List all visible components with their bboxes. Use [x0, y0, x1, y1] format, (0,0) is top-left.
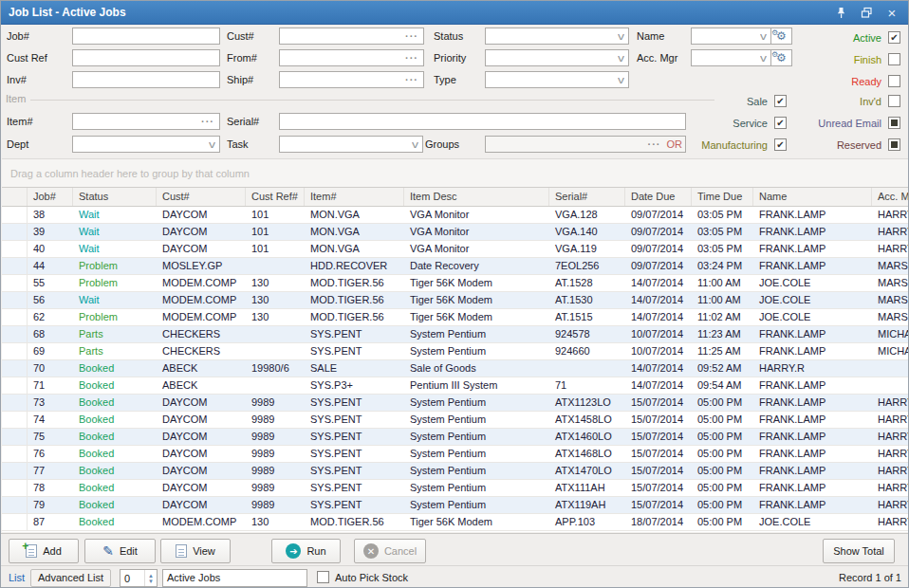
- cell-status[interactable]: Wait: [73, 292, 157, 308]
- cell-job[interactable]: 38: [28, 207, 73, 223]
- cell-serial[interactable]: 7EOL256: [549, 258, 625, 274]
- cell-name[interactable]: FRANK.LAMP: [753, 480, 872, 496]
- cell-item_desc[interactable]: System Pentium: [404, 446, 549, 462]
- cell-item_desc[interactable]: System Pentium: [404, 326, 549, 342]
- column-header-date_due[interactable]: Date Due: [625, 188, 692, 206]
- cell-indicator[interactable]: [2, 360, 28, 377]
- cell-indicator[interactable]: [2, 412, 28, 428]
- cell-item_desc[interactable]: System Pentium: [404, 480, 549, 496]
- auto-pick-stock-checkbox[interactable]: [317, 571, 329, 583]
- cell-status[interactable]: Booked: [73, 463, 157, 479]
- cell-item[interactable]: MON.VGA: [305, 241, 404, 257]
- ready-checkbox[interactable]: [888, 75, 900, 87]
- cell-acc_mgr[interactable]: HARRY: [872, 497, 909, 513]
- cell-cust[interactable]: MODEM.COMP: [157, 514, 246, 530]
- cell-cust[interactable]: DAYCOM: [157, 463, 246, 479]
- view-button[interactable]: View: [160, 539, 231, 563]
- table-row[interactable]: 71BookedABECKSYS.P3+Pentium III System71…: [2, 377, 909, 395]
- cell-acc_mgr[interactable]: HARRY: [872, 446, 909, 462]
- table-row[interactable]: 69PartsCHECKERSSYS.PENTSystem Pentium924…: [2, 343, 909, 360]
- cell-indicator[interactable]: [2, 343, 28, 359]
- cell-cust_ref[interactable]: 9989: [246, 446, 305, 462]
- task-select[interactable]: v: [279, 136, 423, 153]
- cell-cust_ref[interactable]: 130: [246, 292, 305, 308]
- cell-serial[interactable]: VGA.119: [549, 241, 625, 257]
- cell-time_due[interactable]: 05:00 PM: [692, 429, 753, 445]
- cell-status[interactable]: Parts: [73, 326, 157, 342]
- column-header-item_desc[interactable]: Item Desc: [404, 188, 549, 206]
- restore-window-icon[interactable]: [860, 7, 873, 20]
- cell-status[interactable]: Problem: [73, 275, 157, 291]
- cell-indicator[interactable]: [2, 309, 28, 325]
- cell-cust_ref[interactable]: 9989: [246, 480, 305, 496]
- cell-status[interactable]: Wait: [73, 207, 157, 223]
- cell-time_due[interactable]: 05:00 PM: [692, 395, 753, 411]
- column-header-cust[interactable]: Cust#: [157, 188, 246, 206]
- ellipsis-lookup-icon[interactable]: ···: [646, 139, 663, 149]
- cell-cust_ref[interactable]: 19980/6: [246, 360, 305, 377]
- cell-indicator[interactable]: [2, 514, 28, 530]
- table-row[interactable]: 77BookedDAYCOM9989SYS.PENTSystem Pentium…: [2, 463, 909, 480]
- cell-status[interactable]: Booked: [73, 446, 157, 462]
- cell-cust[interactable]: DAYCOM: [157, 480, 246, 496]
- cell-cust_ref[interactable]: 101: [246, 224, 305, 240]
- cell-item[interactable]: SYS.PENT: [305, 446, 404, 462]
- cell-item[interactable]: MOD.TIGER.56: [305, 292, 404, 308]
- table-row[interactable]: 78BookedDAYCOM9989SYS.PENTSystem Pentium…: [2, 480, 909, 497]
- cell-time_due[interactable]: 11:00 AM: [692, 292, 753, 308]
- cell-item_desc[interactable]: Tiger 56K Modem: [404, 514, 549, 530]
- cell-name[interactable]: FRANK.LAMP: [753, 446, 872, 462]
- cell-serial[interactable]: 924660: [549, 343, 625, 359]
- cell-job[interactable]: 76: [28, 446, 73, 462]
- cell-serial[interactable]: AT.1530: [549, 292, 625, 308]
- table-row[interactable]: 56WaitMODEM.COMP130MOD.TIGER.56Tiger 56K…: [2, 292, 909, 309]
- cell-item[interactable]: MON.VGA: [305, 207, 404, 223]
- cell-item_desc[interactable]: System Pentium: [404, 412, 549, 428]
- cell-serial[interactable]: ATX1458LO: [549, 412, 625, 428]
- cell-name[interactable]: FRANK.LAMP: [753, 463, 872, 479]
- cell-job[interactable]: 39: [28, 224, 73, 240]
- cell-item_desc[interactable]: VGA Monitor: [404, 207, 549, 223]
- cell-serial[interactable]: AT.1528: [549, 275, 625, 291]
- cell-item_desc[interactable]: Tiger 56K Modem: [404, 292, 549, 308]
- column-header-job[interactable]: Job#: [28, 188, 73, 206]
- ellipsis-lookup-icon[interactable]: ···: [403, 75, 420, 84]
- cell-job[interactable]: 75: [28, 429, 73, 445]
- cell-item_desc[interactable]: Tiger 56K Modem: [404, 309, 549, 325]
- item-number-input[interactable]: ···: [72, 113, 220, 130]
- cell-item_desc[interactable]: Sale of Goods: [404, 360, 549, 377]
- cell-acc_mgr[interactable]: HARRY: [872, 395, 909, 411]
- cell-item[interactable]: SYS.PENT: [305, 463, 404, 479]
- cell-date_due[interactable]: 15/07/2014: [625, 463, 692, 479]
- cell-cust[interactable]: MODEM.COMP: [157, 292, 246, 308]
- unread-email-checkbox[interactable]: [888, 117, 900, 129]
- cell-acc_mgr[interactable]: HARRY: [872, 480, 909, 496]
- cell-acc_mgr[interactable]: HARRY: [872, 207, 909, 223]
- column-header-name[interactable]: Name: [753, 188, 872, 206]
- tab-list[interactable]: List: [9, 570, 25, 586]
- cell-name[interactable]: JOE.COLE: [753, 514, 872, 530]
- column-header-item[interactable]: Item#: [305, 188, 404, 206]
- cell-acc_mgr[interactable]: [872, 360, 909, 377]
- cell-serial[interactable]: ATX1123LO: [549, 395, 625, 411]
- cell-serial[interactable]: [549, 360, 625, 377]
- ship-number-input[interactable]: ···: [279, 71, 424, 88]
- cell-status[interactable]: Booked: [73, 360, 157, 377]
- cell-cust_ref[interactable]: [246, 343, 305, 359]
- priority-select[interactable]: v: [485, 49, 629, 66]
- cell-date_due[interactable]: 10/07/2014: [625, 343, 692, 359]
- cell-acc_mgr[interactable]: MICHAE: [872, 343, 909, 359]
- cell-item_desc[interactable]: System Pentium: [404, 429, 549, 445]
- cell-cust[interactable]: DAYCOM: [157, 497, 246, 513]
- table-row[interactable]: 74BookedDAYCOM9989SYS.PENTSystem Pentium…: [2, 412, 909, 429]
- cell-item_desc[interactable]: Tiger 56K Modem: [404, 275, 549, 291]
- cell-name[interactable]: FRANK.LAMP: [753, 395, 872, 411]
- cell-date_due[interactable]: 10/07/2014: [625, 326, 692, 342]
- cell-status[interactable]: Booked: [73, 514, 157, 530]
- cell-cust[interactable]: DAYCOM: [157, 446, 246, 462]
- cell-status[interactable]: Booked: [73, 412, 157, 428]
- cell-date_due[interactable]: 15/07/2014: [625, 412, 692, 428]
- status-select[interactable]: v: [485, 28, 629, 45]
- column-header-serial[interactable]: Serial#: [549, 188, 625, 206]
- cell-date_due[interactable]: 18/07/2014: [625, 514, 692, 530]
